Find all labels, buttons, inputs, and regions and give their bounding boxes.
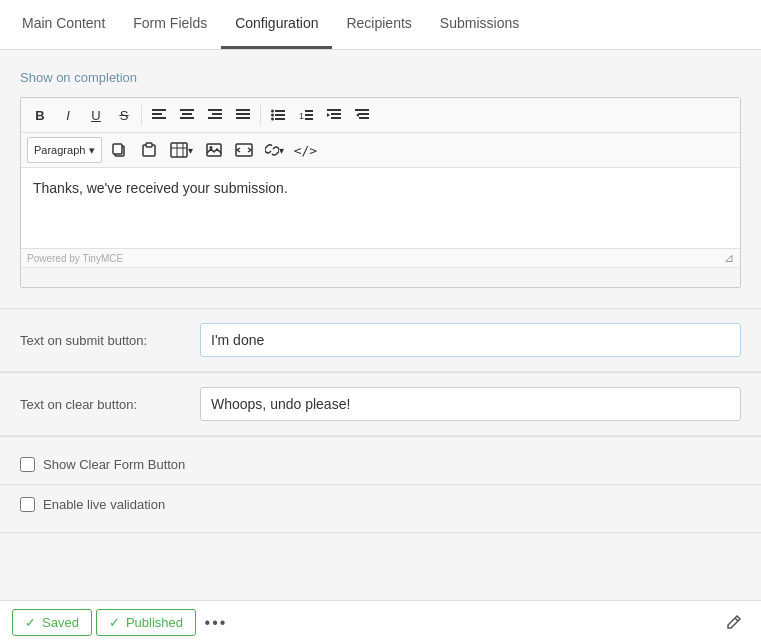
submit-text-input[interactable] [200,323,741,357]
svg-rect-9 [236,109,250,111]
paste-button[interactable] [136,137,162,163]
svg-rect-2 [152,117,166,119]
edit-icon-button[interactable] [717,607,749,639]
tab-submissions[interactable]: Submissions [426,0,533,49]
link-button[interactable]: ▾ [261,137,288,163]
copy-button[interactable] [106,137,132,163]
svg-rect-17 [275,118,285,120]
svg-point-14 [271,114,274,117]
tab-main-content[interactable]: Main Content [8,0,119,49]
svg-point-12 [271,110,274,113]
completion-label: Show on completion [20,70,741,85]
align-justify-button[interactable] [230,102,256,128]
checkboxes-section: Show Clear Form Button Enable live valid… [0,437,761,532]
svg-marker-29 [356,113,359,117]
svg-marker-25 [327,113,330,117]
code-button[interactable]: </> [292,137,318,163]
svg-rect-1 [152,113,162,115]
underline-button[interactable]: U [83,102,109,128]
submit-text-label: Text on submit button: [20,333,200,348]
toolbar-row1: B I U S [21,98,740,133]
powered-by-label: Powered by TinyMCE [27,253,123,264]
clear-text-row: Text on clear button: [0,373,761,436]
svg-rect-13 [275,110,285,112]
editor-container: B I U S [20,97,741,288]
svg-rect-27 [359,113,369,115]
svg-rect-4 [182,113,192,115]
saved-button[interactable]: ✓ Saved [12,609,92,636]
align-left-button[interactable] [146,102,172,128]
saved-check-icon: ✓ [25,615,36,630]
outdent-button[interactable] [349,102,375,128]
image-button[interactable] [201,137,227,163]
toolbar-sep1 [141,105,142,125]
tab-recipients[interactable]: Recipients [332,0,425,49]
svg-rect-5 [180,117,194,119]
svg-rect-40 [236,144,252,156]
paragraph-select[interactable]: Paragraph ▾ [27,137,102,163]
published-button[interactable]: ✓ Published [96,609,196,636]
table-button[interactable]: ▾ [166,137,197,163]
editor-footer: Powered by TinyMCE ⊿ [21,248,740,267]
published-label: Published [126,615,183,630]
resize-handle[interactable]: ⊿ [724,251,734,265]
editor-content-area[interactable]: Thanks, we've received your submission. [21,168,740,248]
align-center-button[interactable] [174,102,200,128]
saved-label: Saved [42,615,79,630]
clear-text-input[interactable] [200,387,741,421]
live-validation-row: Enable live validation [0,485,761,524]
svg-rect-15 [275,114,285,116]
submit-text-row: Text on submit button: [0,309,761,372]
svg-rect-0 [152,109,166,111]
toolbar-row2: Paragraph ▾ [21,133,740,168]
tab-configuration[interactable]: Configuration [221,0,332,49]
tab-form-fields[interactable]: Form Fields [119,0,221,49]
svg-rect-20 [305,114,313,116]
svg-rect-33 [146,143,152,147]
svg-rect-22 [327,109,341,111]
svg-rect-24 [331,117,341,119]
list-ol-button[interactable]: 1. [293,102,319,128]
show-clear-label[interactable]: Show Clear Form Button [43,457,185,472]
svg-rect-21 [305,118,313,120]
tabs-bar: Main Content Form Fields Configuration R… [0,0,761,50]
published-check-icon: ✓ [109,615,120,630]
bottom-bar: ✓ Saved ✓ Published ••• [0,600,761,644]
strikethrough-button[interactable]: S [111,102,137,128]
align-right-button[interactable] [202,102,228,128]
show-clear-checkbox[interactable] [20,457,35,472]
list-ul-button[interactable] [265,102,291,128]
embed-button[interactable] [231,137,257,163]
svg-rect-23 [331,113,341,115]
svg-rect-26 [355,109,369,111]
completion-section: Show on completion B I U S [0,70,761,308]
indent-button[interactable] [321,102,347,128]
editor-statusbar [21,267,740,287]
italic-button[interactable]: I [55,102,81,128]
svg-rect-34 [171,143,187,157]
live-validation-label[interactable]: Enable live validation [43,497,165,512]
main-area: Show on completion B I U S [0,50,761,600]
svg-point-16 [271,118,274,121]
editor-text: Thanks, we've received your submission. [33,180,288,196]
svg-line-41 [735,618,738,621]
live-validation-checkbox[interactable] [20,497,35,512]
svg-rect-28 [359,117,369,119]
clear-text-label: Text on clear button: [20,397,200,412]
toolbar-sep2 [260,105,261,125]
svg-rect-7 [212,113,222,115]
svg-rect-19 [305,110,313,112]
svg-rect-3 [180,109,194,111]
svg-rect-8 [208,117,222,119]
bold-button[interactable]: B [27,102,53,128]
divider5 [0,532,761,533]
more-options-button[interactable]: ••• [200,607,232,639]
show-clear-row: Show Clear Form Button [0,445,761,484]
svg-rect-10 [236,113,250,115]
svg-rect-31 [113,144,122,154]
svg-rect-6 [208,109,222,111]
svg-rect-11 [236,117,250,119]
